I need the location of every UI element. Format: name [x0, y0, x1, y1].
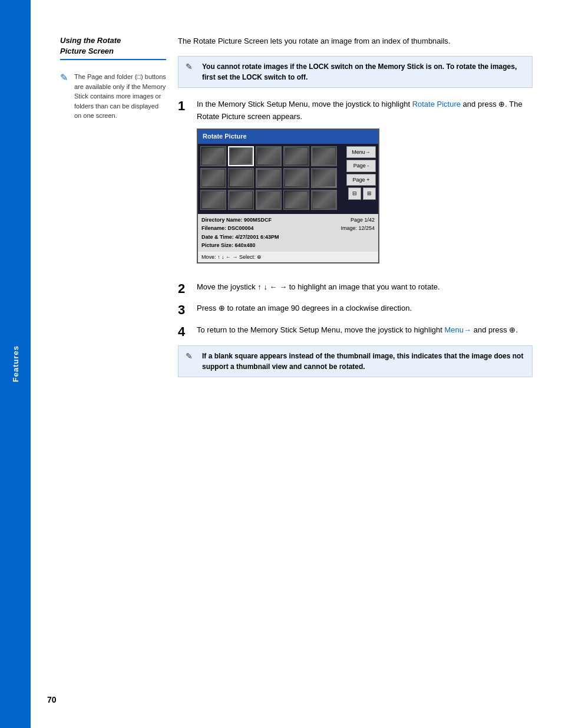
thumbnail-6	[200, 168, 226, 188]
menu-button[interactable]: Menu→	[346, 146, 376, 158]
screen-info-row-2: Filename: DSC00004 Image: 12/254	[201, 224, 375, 232]
thumbnail-1	[200, 146, 226, 166]
right-column: The Rotate Picture Screen lets you rotat…	[178, 35, 533, 377]
step-1-text-before: In the Memory Stick Setup Menu, move the…	[197, 100, 412, 108]
intro-text: The Rotate Picture Screen lets you rotat…	[178, 35, 533, 48]
page-minus-button[interactable]: Page -	[346, 160, 376, 172]
page-plus-button[interactable]: Page +	[346, 174, 376, 186]
section-title: Using the Rotate Picture Screen	[60, 35, 166, 60]
thumbnail-12	[228, 190, 254, 210]
left-column: Using the Rotate Picture Screen ✎ The Pa…	[60, 35, 178, 377]
datetime: Date & Time: 4/27/2001 6:43PM	[201, 234, 279, 240]
screen-info: Directory Name: 900MSDCF Page 1/42 Filen…	[198, 214, 378, 252]
thumbnail-4	[283, 146, 309, 166]
step-4: 4 To return to the Memory Stick Setup Me…	[178, 324, 533, 340]
rotate-picture-link[interactable]: Rotate Picture	[412, 100, 461, 108]
thumbnail-2	[228, 146, 254, 166]
step-4-text-before: To return to the Memory Stick Setup Menu…	[197, 325, 445, 334]
screen-info-row-4: Picture Size: 640x480	[201, 241, 375, 249]
thumb-row-3	[200, 190, 344, 210]
thumbnail-14	[283, 190, 309, 210]
screen-header: Rotate Picture	[198, 130, 378, 144]
step-2-content: Move the joystick ↑ ↓ ← → to highlight a…	[197, 281, 533, 294]
step-4-content: To return to the Memory Stick Setup Menu…	[197, 324, 533, 337]
screen-info-row-3: Date & Time: 4/27/2001 6:43PM	[201, 233, 375, 241]
thumb-row-1	[200, 146, 344, 166]
thumbnail-15	[311, 190, 337, 210]
dir-name: Directory Name: 900MSDCF	[201, 216, 272, 224]
thumbnail-8	[256, 168, 282, 188]
folder-buttons: ⊟ ⊞	[346, 187, 376, 199]
thumbnails-area	[200, 146, 344, 212]
step-4-number: 4	[178, 324, 190, 340]
sidebar: Features	[0, 0, 31, 728]
step-3-content: Press ⊕ to rotate an image 90 degrees in…	[197, 302, 533, 315]
step-2-number: 2	[178, 281, 190, 297]
note-pencil-icon-left: ✎	[60, 72, 71, 121]
warning-note-text: You cannot rotate images if the LOCK swi…	[202, 61, 525, 83]
screen-info-row-1: Directory Name: 900MSDCF Page 1/42	[201, 216, 375, 224]
bottom-pencil-icon: ✎	[186, 351, 197, 361]
thumb-row-2	[200, 168, 344, 188]
image-num: Image: 12/254	[340, 224, 375, 232]
step-4-text-after: and press ⊕.	[471, 325, 518, 334]
page-num: Page 1/42	[351, 216, 375, 224]
page-number: 70	[47, 695, 57, 704]
folder-plus-button[interactable]: ⊞	[363, 187, 376, 199]
thumbnail-13	[256, 190, 282, 210]
left-note-text: The Page and folder (□) buttons are avai…	[74, 72, 166, 121]
thumbnail-9	[283, 168, 309, 188]
main-content: Using the Rotate Picture Screen ✎ The Pa…	[31, 0, 562, 401]
step-2: 2 Move the joystick ↑ ↓ ← → to highlight…	[178, 281, 533, 297]
thumbnail-7	[228, 168, 254, 188]
step-1-content: In the Memory Stick Setup Menu, move the…	[197, 98, 533, 273]
content-layout: Using the Rotate Picture Screen ✎ The Pa…	[60, 35, 533, 377]
warning-note-box: ✎ You cannot rotate images if the LOCK s…	[178, 56, 533, 88]
menu-link[interactable]: Menu→	[445, 325, 472, 334]
bottom-note-text: If a blank square appears instead of the…	[202, 351, 525, 372]
step-3: 3 Press ⊕ to rotate an image 90 degrees …	[178, 302, 533, 318]
step-3-number: 3	[178, 302, 190, 318]
thumbnail-10	[311, 168, 337, 188]
rotate-picture-screen: Rotate Picture	[197, 129, 379, 263]
bottom-note-box: ✎ If a blank square appears instead of t…	[178, 345, 533, 377]
side-buttons: Menu→ Page - Page + ⊟ ⊞	[346, 146, 376, 212]
step-1-number: 1	[178, 98, 190, 114]
thumbnail-5	[311, 146, 337, 166]
step-1: 1 In the Memory Stick Setup Menu, move t…	[178, 98, 533, 273]
screen-body: Menu→ Page - Page + ⊟ ⊞	[198, 144, 378, 214]
thumbnail-11	[200, 190, 226, 210]
picture-size: Picture Size: 640x480	[201, 242, 256, 248]
folder-minus-button[interactable]: ⊟	[348, 187, 361, 199]
left-note-box: ✎ The Page and folder (□) buttons are av…	[60, 72, 166, 121]
filename: Filename: DSC00004	[201, 224, 254, 232]
thumbnail-3	[256, 146, 282, 166]
warning-pencil-icon: ✎	[186, 62, 197, 71]
sidebar-label: Features	[11, 345, 20, 382]
screen-controls: Move: ↑ ↓ ← → Select: ⊕	[198, 252, 378, 262]
